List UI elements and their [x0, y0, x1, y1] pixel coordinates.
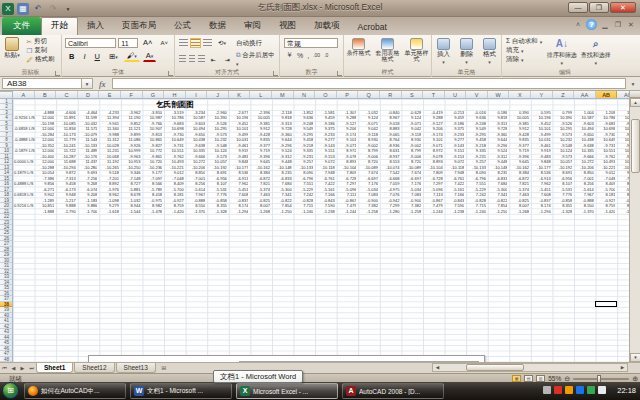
split-handle[interactable] [630, 91, 640, 98]
column-header-G[interactable]: G [143, 91, 165, 99]
tray-icon-2[interactable] [565, 386, 573, 394]
grow-font-icon[interactable]: A˄ [140, 37, 155, 48]
editing-排序和筛选[interactable]: A↓排序和筛选▾ [545, 35, 579, 66]
number-glyph-%[interactable]: % [297, 52, 303, 59]
number-glyph-,[interactable]: , [307, 52, 309, 59]
tray-icon-0[interactable] [543, 386, 551, 394]
column-header-Q[interactable]: Q [358, 91, 380, 99]
column-header-I[interactable]: I [186, 91, 208, 99]
name-box[interactable]: AB38 [2, 78, 82, 89]
horizontal-scroll-thumb[interactable] [466, 364, 524, 371]
column-header-N[interactable]: N [294, 91, 316, 99]
decrease-decimal-icon[interactable]: .0 [324, 52, 328, 58]
insert-worksheet-icon[interactable]: ⊞ [157, 363, 171, 373]
cells-button-删除[interactable]: 删除▾ [456, 36, 478, 65]
column-header-Z[interactable]: Z [553, 91, 575, 99]
editing-Σ 自动求和[interactable]: Σ 自动求和▾ [506, 37, 542, 46]
editing-查找和选择[interactable]: ⌕查找和选择▾ [579, 35, 613, 66]
tray-icon-4[interactable] [587, 386, 595, 394]
column-header-AA[interactable]: AA [574, 91, 596, 99]
first-sheet-icon[interactable]: ⏮ [0, 363, 9, 373]
horizontal-scrollbar[interactable]: ◀ ▶ [432, 363, 628, 372]
cells-button-格式[interactable]: 格式▾ [479, 36, 501, 65]
shrink-font-icon[interactable]: A˅ [157, 39, 171, 47]
column-header-C[interactable]: C [56, 91, 78, 99]
column-header-AC[interactable]: AC [617, 91, 629, 99]
help-icon[interactable]: ? [586, 19, 597, 30]
column-header-W[interactable]: W [488, 91, 510, 99]
column-header-A[interactable]: A [13, 91, 35, 99]
column-header-H[interactable]: H [164, 91, 186, 99]
underline-button[interactable]: U [92, 51, 103, 62]
scroll-up-icon[interactable]: ▲ [630, 98, 640, 107]
align-center-icon[interactable] [189, 55, 196, 63]
column-header-R[interactable]: R [380, 91, 402, 99]
copy-button[interactable]: ❐复制 [27, 46, 55, 55]
increase-indent-icon[interactable]: ⇥ [222, 55, 233, 64]
column-header-F[interactable]: F [121, 91, 143, 99]
start-button[interactable]: ⊞ [2, 382, 19, 399]
styles-button-2[interactable]: 单元格样式 [402, 36, 431, 62]
dialog-launcher-icon[interactable] [55, 71, 60, 76]
fill-color-icon[interactable]: 🖌▾ [124, 50, 140, 62]
taskbar-button-firefox[interactable]: 如何在AutoCAD中... [24, 383, 126, 399]
align-right-icon[interactable] [198, 55, 205, 63]
column-header-X[interactable]: X [509, 91, 531, 99]
paste-button[interactable]: 粘贴▾ [0, 35, 24, 60]
tab-数据[interactable]: 数据 [200, 18, 235, 35]
merge-center-button[interactable]: ⧉ 合并后居中▾ [236, 51, 275, 67]
zoom-slider[interactable] [573, 378, 629, 380]
scroll-down-icon[interactable]: ▼ [630, 353, 640, 362]
minimize-ribbon-icon[interactable]: ˄ [573, 21, 583, 28]
tab-插入[interactable]: 插入 [78, 18, 113, 35]
tray-icon-1[interactable] [554, 386, 562, 394]
tab-开始[interactable]: 开始 [41, 17, 78, 35]
editing-清除[interactable]: 清除▾ [506, 55, 542, 64]
column-header-L[interactable]: L [250, 91, 272, 99]
font-color-icon[interactable]: A▾ [143, 50, 157, 62]
prev-sheet-icon[interactable]: ◀ [9, 363, 18, 373]
tab-公式[interactable]: 公式 [165, 18, 200, 35]
selected-cell-AB38[interactable] [595, 301, 617, 306]
column-header-D[interactable]: D [78, 91, 100, 99]
scroll-right-icon[interactable]: ▶ [618, 364, 627, 372]
column-header-K[interactable]: K [229, 91, 251, 99]
column-header-J[interactable]: J [207, 91, 229, 99]
tab-加载项[interactable]: 加载项 [305, 18, 349, 35]
last-sheet-icon[interactable]: ⏭ [27, 363, 36, 373]
align-middle-icon[interactable] [191, 39, 200, 47]
embedded-chart[interactable]: 乞氏剖面图（Cg=0.60） T=8.0m -0.9216 L/S-0.6818… [88, 355, 485, 362]
column-header-U[interactable]: U [445, 91, 467, 99]
sheet-tab-Sheet12[interactable]: Sheet12 [74, 363, 114, 373]
zoom-level[interactable]: 55% [548, 375, 561, 382]
taskbar-button-word[interactable]: W文档1 - Microsoft ... [130, 383, 232, 399]
increase-decimal-icon[interactable]: .00 [313, 52, 320, 58]
tray-icon-3[interactable] [576, 386, 584, 394]
scroll-left-icon[interactable]: ◀ [433, 364, 442, 371]
column-header-V[interactable]: V [466, 91, 488, 99]
italic-button[interactable]: I [80, 51, 88, 62]
tab-文件[interactable]: 文件 [2, 17, 41, 35]
column-header-O[interactable]: O [315, 91, 337, 99]
vertical-scrollbar[interactable]: ▲ ▼ [629, 91, 640, 362]
normal-view-icon[interactable]: ▦ [512, 375, 521, 382]
sheet-tab-Sheet13[interactable]: Sheet13 [116, 363, 156, 373]
column-header-M[interactable]: M [272, 91, 294, 99]
bold-button[interactable]: B [66, 51, 77, 62]
name-box-dropdown-icon[interactable]: ▼ [82, 78, 93, 89]
tab-审阅[interactable]: 审阅 [235, 18, 270, 35]
sheet-tab-Sheet1[interactable]: Sheet1 [36, 363, 73, 373]
dialog-launcher-icon[interactable] [337, 71, 342, 76]
column-header-B[interactable]: B [35, 91, 57, 99]
dialog-launcher-icon[interactable] [273, 71, 278, 76]
workbook-restore-icon[interactable]: ❐ [613, 21, 623, 29]
tab-Acrobat[interactable]: Acrobat [349, 20, 396, 35]
formula-input[interactable] [112, 78, 627, 89]
taskbar-clock[interactable]: 22:18 [617, 386, 636, 395]
format-painter-button[interactable]: 🖉格式刷 [27, 55, 55, 64]
next-sheet-icon[interactable]: ▶ [18, 363, 27, 373]
minimize-button[interactable]: — [568, 2, 588, 13]
align-bottom-icon[interactable] [203, 39, 212, 47]
cells-button-插入[interactable]: 插入▾ [433, 36, 455, 65]
editing-填充[interactable]: 填充▾ [506, 46, 542, 55]
